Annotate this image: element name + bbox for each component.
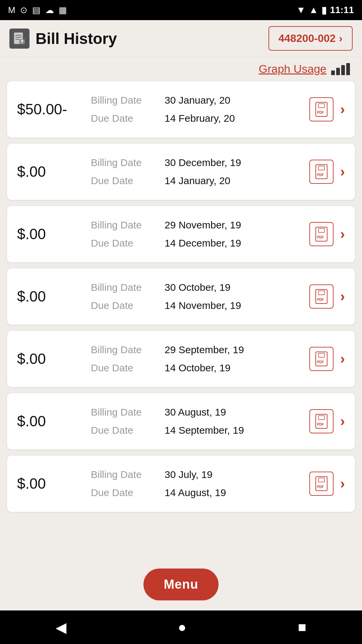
bill-amount: $.00 [17, 288, 84, 305]
due-date-value: 14 December, 19 [165, 234, 241, 252]
due-date-row: Due Date 14 August, 19 [91, 484, 303, 502]
billing-date-row: Billing Date 29 September, 19 [91, 341, 303, 359]
billing-date-label: Billing Date [91, 91, 158, 109]
bill-dates: Billing Date 30 July, 19 Due Date 14 Aug… [84, 466, 309, 502]
bill-card[interactable]: $50.00- Billing Date 30 January, 20 Due … [7, 81, 355, 138]
status-icons-left: M ⊙ ▤ ☁ ▦ [8, 5, 67, 15]
bill-actions: PDF › [309, 409, 345, 433]
cloud-icon: ☁ [45, 5, 54, 15]
due-date-row: Due Date 14 January, 20 [91, 172, 303, 190]
recent-apps-button[interactable]: ■ [288, 616, 316, 639]
due-date-value: 14 January, 20 [165, 172, 230, 190]
pdf-icon[interactable]: PDF [309, 160, 334, 184]
due-date-value: 14 October, 19 [165, 359, 231, 377]
bill-actions: PDF › [309, 347, 345, 371]
due-date-row: Due Date 14 November, 19 [91, 297, 303, 315]
due-date-label: Due Date [91, 234, 158, 252]
bill-chevron-icon: › [340, 413, 345, 429]
due-date-value: 14 September, 19 [165, 421, 244, 439]
back-button[interactable]: ◀ [46, 616, 76, 639]
bill-card[interactable]: $.00 Billing Date 29 September, 19 Due D… [7, 330, 355, 387]
bill-card[interactable]: $.00 Billing Date 30 December, 19 Due Da… [7, 143, 355, 200]
bill-dates: Billing Date 30 October, 19 Due Date 14 … [84, 278, 309, 315]
due-date-label: Due Date [91, 484, 158, 502]
bill-actions: PDF › [309, 160, 345, 184]
bill-actions: PDF › [309, 472, 345, 496]
billing-date-row: Billing Date 30 December, 19 [91, 154, 303, 172]
due-date-label: Due Date [91, 109, 158, 127]
bill-card[interactable]: $.00 Billing Date 30 October, 19 Due Dat… [7, 268, 355, 325]
bill-dates: Billing Date 30 August, 19 Due Date 14 S… [84, 403, 309, 439]
bill-amount: $.00 [17, 226, 84, 243]
bill-list: $50.00- Billing Date 30 January, 20 Due … [0, 81, 362, 558]
bill-card[interactable]: $.00 Billing Date 30 August, 19 Due Date… [7, 393, 355, 450]
bill-amount: $.00 [17, 475, 84, 492]
due-date-label: Due Date [91, 421, 158, 439]
bill-dates: Billing Date 29 September, 19 Due Date 1… [84, 341, 309, 377]
due-date-value: 14 August, 19 [165, 484, 226, 502]
billing-date-row: Billing Date 30 October, 19 [91, 278, 303, 297]
bill-chevron-icon: › [340, 476, 345, 492]
billing-date-row: Billing Date 29 November, 19 [91, 216, 303, 234]
pdf-icon[interactable]: PDF [309, 409, 334, 433]
pdf-icon[interactable]: PDF [309, 97, 334, 121]
sync-icon: ⊙ [20, 5, 27, 15]
pdf-icon[interactable]: PDF [309, 472, 334, 496]
account-chevron-icon: › [339, 32, 343, 45]
due-date-row: Due Date 14 December, 19 [91, 234, 303, 252]
due-date-label: Due Date [91, 359, 158, 377]
bill-history-icon [9, 29, 29, 49]
billing-date-label: Billing Date [91, 278, 158, 297]
due-date-label: Due Date [91, 297, 158, 315]
bill-amount: $.00 [17, 413, 84, 430]
home-button[interactable]: ● [168, 616, 196, 639]
pdf-icon[interactable]: PDF [309, 222, 334, 246]
status-bar: M ⊙ ▤ ☁ ▦ ▼ ▲ ▮ 11:11 [0, 0, 362, 20]
svg-text:PDF: PDF [317, 173, 324, 177]
svg-text:PDF: PDF [317, 111, 324, 114]
bill-chevron-icon: › [340, 351, 345, 367]
billing-date-row: Billing Date 30 July, 19 [91, 466, 303, 484]
bill-actions: PDF › [309, 222, 345, 246]
due-date-row: Due Date 14 September, 19 [91, 421, 303, 439]
header-left: Bill History [9, 29, 117, 49]
due-date-row: Due Date 14 February, 20 [91, 109, 303, 127]
due-date-value: 14 November, 19 [165, 297, 241, 315]
billing-date-label: Billing Date [91, 403, 158, 421]
menu-button[interactable]: Menu [143, 569, 218, 600]
due-date-row: Due Date 14 October, 19 [91, 359, 303, 377]
bill-actions: PDF › [309, 284, 345, 309]
bill-amount: $.00 [17, 351, 84, 367]
billing-date-label: Billing Date [91, 341, 158, 359]
bill-actions: PDF › [309, 97, 345, 121]
graph-usage-bar: Graph Usage [0, 57, 362, 81]
bill-chevron-icon: › [340, 288, 345, 305]
billing-date-label: Billing Date [91, 154, 158, 172]
bar-chart-icon [331, 63, 350, 75]
account-number-button[interactable]: 448200-002 › [268, 26, 353, 51]
account-number-label: 448200-002 [279, 32, 336, 45]
gmail-icon: M [8, 5, 15, 15]
billing-date-value: 30 October, 19 [165, 278, 231, 297]
bill-card[interactable]: $.00 Billing Date 30 July, 19 Due Date 1… [7, 455, 355, 512]
bill-chevron-icon: › [340, 101, 345, 117]
bill-chevron-icon: › [340, 164, 345, 180]
bill-dates: Billing Date 29 November, 19 Due Date 14… [84, 216, 309, 252]
time-display: 11:11 [330, 5, 354, 15]
bill-amount: $50.00- [17, 101, 84, 118]
billing-date-value: 30 December, 19 [165, 154, 241, 172]
bill-amount: $.00 [17, 163, 84, 180]
pdf-icon[interactable]: PDF [309, 347, 334, 371]
billing-date-row: Billing Date 30 August, 19 [91, 403, 303, 421]
header: Bill History 448200-002 › [0, 20, 362, 57]
billing-date-label: Billing Date [91, 466, 158, 484]
bill-card[interactable]: $.00 Billing Date 29 November, 19 Due Da… [7, 206, 355, 263]
billing-date-value: 30 July, 19 [165, 466, 213, 484]
graph-usage-link[interactable]: Graph Usage [259, 62, 326, 75]
signal-icon: ▲ [309, 5, 318, 15]
bill-dates: Billing Date 30 January, 20 Due Date 14 … [84, 91, 309, 127]
billing-date-value: 29 September, 19 [165, 341, 244, 359]
pdf-icon[interactable]: PDF [309, 284, 334, 309]
battery-icon: ▮ [321, 5, 326, 16]
svg-text:PDF: PDF [317, 360, 324, 364]
